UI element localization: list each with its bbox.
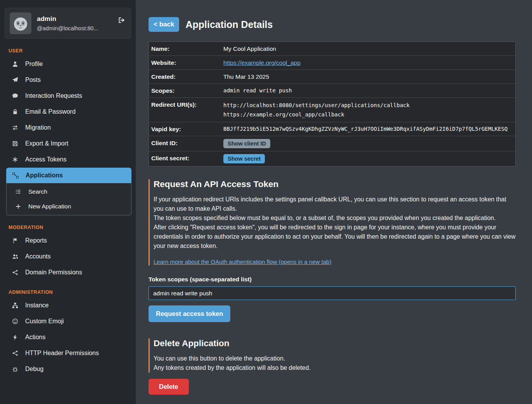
sidebar-item-actions[interactable]: Actions bbox=[0, 329, 136, 345]
detail-value: Thu Mar 13 2025 bbox=[223, 73, 269, 81]
request-token-paragraph: If your application redirect URIs includ… bbox=[154, 195, 516, 213]
detail-row-website: Website: https://example.org/cool_app bbox=[149, 56, 515, 70]
sidebar-item-profile[interactable]: Profile bbox=[0, 56, 136, 72]
show-client-id-button[interactable]: Show client ID bbox=[223, 139, 270, 148]
sidebar-item-label: Domain Permissions bbox=[25, 269, 82, 276]
sidebar-item-label: Posts bbox=[25, 76, 41, 83]
token-scopes-label: Token scopes (space-separated list) bbox=[149, 276, 516, 283]
share-nodes-icon bbox=[12, 269, 19, 276]
sidebar-item-applications-new[interactable]: New Application bbox=[7, 199, 131, 214]
detail-label: Scopes: bbox=[151, 87, 223, 95]
sidebar-item-accounts[interactable]: Accounts bbox=[0, 249, 136, 264]
sidebar-item-label: Migration bbox=[25, 124, 51, 131]
users-icon bbox=[12, 253, 19, 260]
detail-label: Client secret: bbox=[151, 154, 223, 162]
detail-label: Website: bbox=[151, 59, 223, 67]
network-icon bbox=[12, 350, 19, 356]
detail-label: Created: bbox=[151, 73, 223, 81]
sidebar: admin @admin@localhost:80... USER Profil… bbox=[0, 0, 136, 404]
avatar bbox=[10, 12, 31, 34]
delete-application-section: Delete Application You can use this butt… bbox=[149, 338, 516, 373]
sidebar-item-applications-search[interactable]: Search bbox=[7, 184, 131, 199]
sidebar-item-label: Actions bbox=[25, 334, 45, 341]
bolt-icon bbox=[12, 334, 19, 340]
app-root: admin @admin@localhost:80... USER Profil… bbox=[0, 0, 532, 404]
detail-row-created: Created: Thu Mar 13 2025 bbox=[149, 70, 515, 84]
smiley-icon bbox=[12, 318, 19, 324]
sidebar-item-access-tokens[interactable]: Access Tokens bbox=[0, 152, 136, 167]
request-access-token-button[interactable]: Request access token bbox=[149, 305, 230, 322]
sign-out-icon[interactable] bbox=[118, 17, 125, 24]
sidebar-item-posts[interactable]: Posts bbox=[0, 72, 136, 88]
sidebar-item-http-header-permissions[interactable]: HTTP Header Permissions bbox=[0, 345, 136, 361]
back-button[interactable]: < back bbox=[149, 17, 179, 32]
user-handle: @admin@localhost:80... bbox=[37, 25, 98, 31]
detail-label: Redirect URI(s): bbox=[151, 101, 223, 109]
sidebar-item-email-password[interactable]: Email & Password bbox=[0, 104, 136, 120]
detail-row-scopes: Scopes: admin read write push bbox=[149, 84, 515, 98]
delete-application-paragraph: Any tokens created by the application wi… bbox=[154, 363, 516, 373]
sidebar-item-custom-emoji[interactable]: Custom Emoji bbox=[0, 314, 136, 329]
sidebar-item-label: Access Tokens bbox=[25, 156, 66, 163]
sidebar-item-label: Reports bbox=[25, 237, 47, 244]
user-icon bbox=[12, 61, 19, 67]
user-meta: admin @admin@localhost:80... bbox=[37, 15, 98, 31]
comment-icon bbox=[12, 93, 19, 99]
delete-button[interactable]: Delete bbox=[149, 379, 189, 395]
detail-row-vapid-key: Vapid key: BBJffJ219b5iE512m7wQSzv4KgKDh… bbox=[149, 122, 515, 136]
detail-value: My Cool Application bbox=[223, 45, 276, 53]
flag-icon bbox=[12, 238, 19, 244]
lock-icon bbox=[12, 109, 19, 115]
sidebar-nav-moderation: Reports Accounts Domain Permissions bbox=[0, 233, 136, 280]
delete-application-title: Delete Application bbox=[154, 338, 516, 349]
sidebar-item-domain-permissions[interactable]: Domain Permissions bbox=[0, 265, 136, 280]
paper-plane-icon bbox=[12, 77, 19, 83]
detail-label: Client ID: bbox=[151, 139, 223, 147]
sidebar-item-export-import[interactable]: Export & Import bbox=[0, 136, 136, 151]
detail-row-name: Name: My Cool Application bbox=[149, 42, 515, 56]
applications-submenu: Search New Application bbox=[6, 183, 131, 215]
sidebar-item-interaction-requests[interactable]: Interaction Requests bbox=[0, 88, 136, 104]
page-header: < back Application Details bbox=[149, 17, 516, 32]
section-label-moderation: MODERATION bbox=[9, 225, 136, 230]
show-secret-button[interactable]: Show secret bbox=[223, 154, 265, 163]
sidebar-item-label: Custom Emoji bbox=[25, 318, 64, 325]
sidebar-nav-user: Profile Posts Interaction Requests Email… bbox=[0, 56, 136, 215]
sidebar-item-label: Email & Password bbox=[25, 108, 76, 115]
user-name: admin bbox=[37, 15, 98, 23]
detail-row-client-id: Client ID: Show client ID bbox=[149, 136, 515, 151]
applications-block: Applications Search New Application bbox=[6, 168, 131, 215]
sidebar-item-reports[interactable]: Reports bbox=[0, 233, 136, 248]
sidebar-item-label: New Application bbox=[28, 203, 71, 210]
application-details-table: Name: My Cool Application Website: https… bbox=[149, 42, 516, 166]
request-token-paragraph: The token scopes specified below must be… bbox=[154, 213, 516, 223]
plus-icon bbox=[15, 203, 22, 210]
sidebar-item-label: Search bbox=[28, 188, 47, 195]
detail-value: admin read write push bbox=[223, 87, 292, 95]
sidebar-item-label: Accounts bbox=[25, 253, 51, 260]
user-card[interactable]: admin @admin@localhost:80... bbox=[5, 8, 131, 39]
sitemap-icon bbox=[12, 302, 19, 309]
redirect-uri: https://example.org/cool_app/callback bbox=[223, 110, 409, 119]
detail-value: BBJffJ219b5iE512m7wQSzv4KgKDhgZZVzNyWC_r… bbox=[223, 125, 508, 133]
redirect-uri: http://localhost:8080/settings/user/appl… bbox=[223, 101, 409, 110]
main-content: < back Application Details Name: My Cool… bbox=[136, 0, 532, 404]
sidebar-item-debug[interactable]: Debug bbox=[0, 361, 136, 377]
list-icon bbox=[15, 189, 22, 195]
oauth-docs-link[interactable]: Learn more about the OAuth authenticatio… bbox=[154, 258, 332, 265]
sidebar-item-migration[interactable]: Migration bbox=[0, 120, 136, 135]
website-link[interactable]: https://example.org/cool_app bbox=[223, 59, 301, 66]
request-token-paragraph: After clicking "Request access token", y… bbox=[154, 223, 516, 251]
sidebar-item-applications[interactable]: Applications bbox=[6, 168, 131, 183]
detail-label: Vapid key: bbox=[151, 125, 223, 133]
sidebar-item-label: Instance bbox=[25, 302, 48, 309]
sidebar-item-instance[interactable]: Instance bbox=[0, 298, 136, 313]
sidebar-item-label: Export & Import bbox=[25, 140, 68, 147]
detail-row-client-secret: Client secret: Show secret bbox=[149, 151, 515, 166]
page-title: Application Details bbox=[185, 19, 273, 30]
tools-icon bbox=[12, 172, 19, 179]
arrows-left-right-icon bbox=[12, 125, 19, 131]
sidebar-item-label: Interaction Requests bbox=[25, 92, 82, 99]
bug-icon bbox=[12, 366, 19, 372]
token-scopes-input[interactable] bbox=[149, 286, 516, 300]
